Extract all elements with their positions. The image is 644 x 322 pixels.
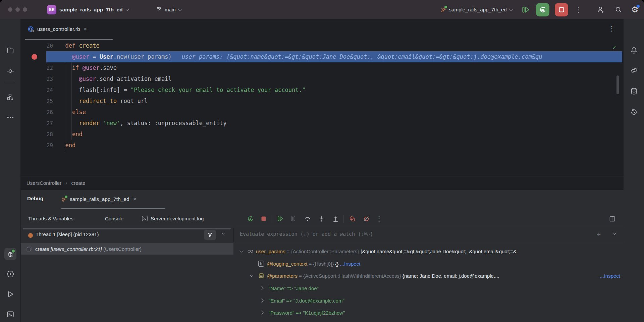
window-close-button[interactable] <box>8 7 12 12</box>
more-actions-kebab-icon[interactable]: ⋮ <box>576 6 582 13</box>
inspections-ok-check-icon[interactable]: ✓ <box>612 44 616 51</box>
debug-header: Debug sample_rails_app_7th_ed × <box>21 190 624 209</box>
variable-row-password-confirmation[interactable]: "Password_confirmation" => "K1uqjajf22bz… <box>234 319 624 322</box>
chevron-expanded-icon[interactable] <box>239 249 243 252</box>
chevron-down-icon <box>125 7 129 11</box>
variable-row-password[interactable]: "Password" => "K1uqjajf22bzhow" <box>234 307 624 319</box>
variable-row-name[interactable]: "Name" => "Jane doe" <box>234 282 624 294</box>
line-number: 22 <box>21 62 53 73</box>
code-line-current[interactable]: @user = User.new(user_params)user_params… <box>21 51 624 62</box>
code-line[interactable]: 25 redirect_to root_url <box>21 96 624 107</box>
chevron-down-icon[interactable] <box>613 232 616 235</box>
code-with-me-icon[interactable] <box>596 5 605 14</box>
vcs-branch-widget[interactable]: main <box>156 0 181 19</box>
terminal-tool-icon[interactable] <box>4 308 16 320</box>
chevron-down-icon[interactable] <box>509 7 513 11</box>
code-line[interactable]: 23 @user.send_activation_email <box>21 73 624 85</box>
code-line[interactable]: 28 end <box>21 129 624 140</box>
breadcrumb-method[interactable]: create <box>71 180 86 186</box>
resume-icon[interactable] <box>276 215 284 223</box>
debug-panel-title[interactable]: Debug <box>27 196 43 202</box>
add-watch-plus-icon[interactable]: + <box>597 230 601 238</box>
editor-scrollbar-thumb[interactable] <box>616 75 619 94</box>
mute-breakpoints-icon[interactable] <box>362 215 370 223</box>
line-number: 23 <box>21 73 53 85</box>
evaluate-expression-bar[interactable]: Evaluate expression (↵) or add a watch (… <box>233 228 624 242</box>
code-line[interactable]: 20 def create <box>21 40 624 51</box>
close-icon[interactable]: × <box>83 26 88 33</box>
commit-tool-icon[interactable] <box>4 65 16 77</box>
step-out-icon[interactable] <box>331 215 339 223</box>
chevron-collapsed-icon[interactable] <box>260 286 263 290</box>
project-name: sample_rails_app_7th_ed <box>59 7 123 13</box>
debug-session-tab[interactable]: sample_rails_app_7th_ed × <box>61 190 137 208</box>
frame-row-selected[interactable]: create [users_controller.rb:21] (UsersCo… <box>21 243 233 255</box>
code-editor[interactable]: 20 def create @user = User.new(user_para… <box>21 40 624 176</box>
breadcrumb-class[interactable]: UsersController <box>26 180 61 186</box>
chevron-expanded-icon[interactable] <box>250 273 253 277</box>
horizontal-scrollbar-thumb[interactable] <box>23 228 231 229</box>
tab-server-development-log[interactable]: Server development log <box>142 209 204 228</box>
variable-row-email[interactable]: "Email" => "J.doe@example.com" <box>234 294 624 307</box>
chevron-collapsed-icon[interactable] <box>260 311 263 314</box>
editor-tab-strip: users_controller.rb × ⋮ <box>21 19 624 40</box>
step-into-icon[interactable] <box>317 215 325 223</box>
debug-tool-icon[interactable] <box>4 248 16 260</box>
editor-tab[interactable]: users_controller.rb × <box>25 19 90 39</box>
view-breakpoints-icon[interactable] <box>348 215 356 223</box>
thread-selector[interactable]: Thread 1 [sleep] (pid 12381) <box>36 231 99 237</box>
variable-row-logging-context[interactable]: h @logging_context = {Hash[0]} {} ...Ins… <box>234 258 624 270</box>
stop-button[interactable] <box>555 3 568 16</box>
layout-settings-icon[interactable] <box>608 215 616 223</box>
window-minimize-button[interactable] <box>15 7 20 12</box>
run-tool-icon[interactable] <box>4 288 16 300</box>
run-widget: sample_rails_app_7th_ed <box>440 0 639 19</box>
filter-frames-button[interactable] <box>204 230 216 240</box>
code-line[interactable]: 29 end <box>21 140 624 151</box>
notifications-bell-icon[interactable] <box>628 44 640 56</box>
settings-gear-icon[interactable]: ⚙ <box>631 5 639 14</box>
chevron-down-icon[interactable] <box>222 231 225 235</box>
code-line[interactable]: 26 else <box>21 107 624 118</box>
terminal-log-icon <box>142 215 148 222</box>
project-tool-icon[interactable] <box>4 44 16 56</box>
list-type-icon <box>258 273 264 279</box>
window-zoom-button[interactable] <box>23 7 27 12</box>
right-tool-rail <box>623 19 644 322</box>
close-icon[interactable]: × <box>132 196 137 203</box>
variable-row-parameters[interactable]: @parameters = {ActiveSupport::HashWithIn… <box>234 270 624 282</box>
frames-panel: create [users_controller.rb:21] (UsersCo… <box>21 242 233 322</box>
pause-icon[interactable] <box>289 215 297 223</box>
rerun-debug-icon[interactable] <box>246 215 254 223</box>
project-widget[interactable]: SE sample_rails_app_7th_ed <box>47 0 129 19</box>
rerun-debugger-button[interactable] <box>536 3 549 16</box>
code-line[interactable]: 22 if @user.save <box>21 62 624 73</box>
tab-threads-variables[interactable]: Threads & Variables <box>28 209 73 228</box>
branch-name: main <box>165 7 176 12</box>
frame-label: create [users_controller.rb:21] (UsersCo… <box>35 246 142 252</box>
breakpoint-icon[interactable] <box>32 54 37 60</box>
code-line[interactable]: 24 flash[:info] = "Please check your ema… <box>21 85 624 96</box>
run-config-name[interactable]: sample_rails_app_7th_ed <box>449 7 507 12</box>
history-tool-icon[interactable] <box>628 106 640 118</box>
inline-debugger-hint: user_params: {&quot;name&quot;=&gt;&quot… <box>182 53 542 60</box>
resume-program-button[interactable] <box>521 5 530 14</box>
editor-options-kebab-icon[interactable]: ⋮ <box>608 25 615 32</box>
tab-console[interactable]: Console <box>105 209 123 228</box>
debug-more-kebab-icon[interactable]: ⋮ <box>375 215 383 223</box>
step-over-icon[interactable] <box>303 215 311 223</box>
database-tool-icon[interactable] <box>628 85 640 97</box>
variable-row-user-params[interactable]: user_params = {ActionController::Paramet… <box>234 245 624 257</box>
services-tool-icon[interactable] <box>4 268 16 280</box>
code-line[interactable]: 27 render 'new', status: :unprocessable_… <box>21 118 624 129</box>
structure-tool-icon[interactable] <box>4 91 16 103</box>
toolbar-separator <box>272 215 272 223</box>
search-icon[interactable] <box>614 6 623 14</box>
more-tool-windows-icon[interactable] <box>4 111 16 123</box>
inspect-link[interactable]: ...Inspect <box>340 261 361 267</box>
inspect-link[interactable]: ...Inspect <box>600 273 620 279</box>
ai-assistant-icon[interactable] <box>628 64 640 76</box>
chevron-collapsed-icon[interactable] <box>260 299 263 302</box>
stop-debug-icon[interactable] <box>260 215 268 223</box>
left-tool-rail <box>0 19 21 322</box>
